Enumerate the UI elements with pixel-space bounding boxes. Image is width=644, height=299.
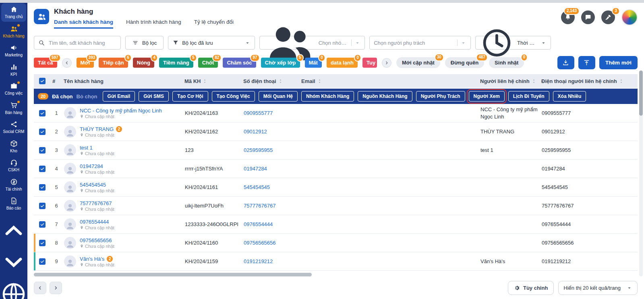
status-tab-tiem-nang[interactable]: Tiềm năng5: [159, 58, 193, 68]
chat-button[interactable]: [581, 10, 595, 24]
sidebar-item-reports[interactable]: Báo cáo: [1, 195, 26, 213]
table-row[interactable]: 401947284Chưa cập nhậtrrrrr-j15hTSfnYA01…: [34, 160, 638, 178]
sidebar-item-sales[interactable]: Bán hàng: [1, 99, 26, 118]
download-button[interactable]: [557, 56, 574, 69]
quick-filter-moi-cap-nhat[interactable]: Mới cập nhật30: [396, 57, 440, 68]
customer-name-link[interactable]: 0976554444: [80, 219, 109, 225]
customer-phone-link[interactable]: 09756565656: [244, 240, 276, 246]
customer-phone-link[interactable]: 0191219212: [244, 258, 273, 264]
status-tab-nong[interactable]: Nóng4: [133, 58, 154, 68]
customer-group-select[interactable]: Chọn nhóm khách hàng: [259, 36, 365, 50]
customize-button[interactable]: Tùy chỉnh: [508, 281, 554, 295]
customer-phone-link[interactable]: 545454545: [244, 184, 270, 190]
tab-journey[interactable]: Hành trình khách hàng: [126, 19, 181, 29]
customer-name-link[interactable]: 545454545: [80, 182, 106, 188]
table-row[interactable]: 1NCC - Công ty mỹ phẩm Ngọc LinhChưa cập…: [34, 104, 638, 123]
notifications-bell-button[interactable]: 2,143: [561, 10, 575, 24]
table-row[interactable]: 9Văn's Hà's2Chưa cập nhậtKH/2024/1159019…: [34, 252, 638, 271]
sidebar-item-finance[interactable]: Tài chính: [1, 176, 26, 194]
filter-button[interactable]: Bộ lọc: [125, 36, 164, 50]
row-checkbox[interactable]: [39, 110, 46, 116]
customer-phone-link[interactable]: 09012912: [244, 129, 267, 135]
table-row[interactable]: 3test 1Chưa cập nhật1230259595955test 10…: [34, 141, 638, 160]
action-lich-di-tuyen[interactable]: Lịch Đi Tuyến: [508, 91, 549, 102]
sidebar-item-home[interactable]: Trang chủ: [1, 3, 26, 22]
sidebar-item-support[interactable]: CSKH: [1, 156, 26, 175]
horizontal-scrollbar[interactable]: [34, 273, 638, 276]
column-header-contact_phone[interactable]: Điện thoại người liên hệ chính: [540, 78, 627, 84]
tab-conversion[interactable]: Tỷ lệ chuyển đổi: [194, 19, 234, 29]
sidebar-item-marketing[interactable]: Marketing: [1, 42, 26, 60]
action-nhom-khach-hang[interactable]: Nhóm Khách Hàng: [301, 91, 354, 102]
page-size-select[interactable]: Hiển thị 20 kết quả/trang: [558, 281, 638, 295]
row-checkbox[interactable]: [39, 166, 46, 172]
customer-name-link[interactable]: 75777676767: [80, 200, 112, 206]
customer-phone-link[interactable]: 0909555777: [244, 110, 273, 116]
customer-search-box[interactable]: [34, 36, 121, 50]
status-tab-cham-soc[interactable]: Chăm sóc97: [223, 58, 256, 68]
user-avatar[interactable]: [621, 9, 638, 25]
status-tab-mat[interactable]: Mất0: [305, 58, 322, 68]
action-nguoi-xem[interactable]: Người Xem: [469, 91, 505, 102]
upload-button[interactable]: [578, 56, 595, 69]
customer-phone-link[interactable]: 0976554444: [244, 221, 273, 227]
sidebar-item-warehouse[interactable]: Kho: [1, 137, 26, 156]
row-checkbox[interactable]: [39, 203, 46, 209]
table-row[interactable]: 809756565656Chưa cập nhậtKH/2024/1160097…: [34, 234, 638, 252]
customer-phone-link[interactable]: 75777676767: [244, 203, 276, 209]
table-row[interactable]: 5545454545Chưa cập nhậtKH/2024/116154545…: [34, 178, 638, 197]
horizontal-scrollbar-thumb[interactable]: [34, 273, 312, 276]
prev-page-button[interactable]: [34, 282, 46, 294]
column-header-code[interactable]: Mã KH: [183, 78, 242, 84]
sidebar-item-customers[interactable]: Khách hàng: [1, 23, 26, 41]
add-new-button[interactable]: Thêm mới: [599, 56, 638, 69]
row-checkbox[interactable]: [39, 240, 46, 246]
search-input[interactable]: [48, 39, 116, 46]
customer-name-link[interactable]: test 1: [80, 145, 93, 151]
sidebar-item-tasks[interactable]: Công việc: [1, 80, 26, 98]
customer-name-link[interactable]: NCC - Công ty mỹ phẩm Ngọc Linh: [80, 108, 162, 114]
action-xoa-nhieu[interactable]: Xóa Nhiều: [553, 91, 586, 102]
deselect-all-button[interactable]: Bỏ chọn: [77, 93, 97, 100]
row-checkbox[interactable]: [39, 129, 46, 135]
select-all-checkbox[interactable]: [39, 78, 46, 84]
vertical-scrollbar-thumb[interactable]: [639, 71, 643, 116]
customer-name-link[interactable]: 09756565656: [80, 237, 112, 243]
status-tab-tiep-can[interactable]: Tiếp cận6: [99, 58, 128, 68]
table-row[interactable]: 70976554444Chưa cập nhật1233333-246O0GLR…: [34, 215, 638, 234]
sidebar-item-kpi[interactable]: KPI: [1, 61, 26, 79]
row-checkbox[interactable]: [39, 221, 46, 228]
status-tab-moi[interactable]: Mới393: [77, 58, 94, 68]
status-tab-chot[interactable]: Chốt82: [198, 58, 218, 68]
time-filter-select[interactable]: Thời gian: Tất cả: [475, 36, 551, 50]
action-gui-email[interactable]: Gửi Email: [103, 91, 135, 102]
action-gui-sms[interactable]: Gửi SMS: [139, 91, 169, 102]
status-tab-tuy[interactable]: Tuy: [362, 58, 377, 68]
action-nguon-khach-hang[interactable]: Nguồn Khách Hàng: [358, 91, 412, 102]
column-header-contact[interactable]: Người liên hệ chính: [478, 78, 540, 84]
column-header-phone[interactable]: Số điện thoại: [242, 78, 300, 84]
status-tab-data-lanh[interactable]: data lạnh0: [327, 58, 358, 68]
customer-phone-link[interactable]: 0259595955: [244, 147, 273, 153]
customer-name-link[interactable]: THÙY TRANG: [80, 126, 114, 132]
status-tab-tat-ca[interactable]: Tất cả597: [34, 58, 57, 68]
customer-name-link[interactable]: Văn's Hà's: [80, 256, 104, 262]
customer-name-link[interactable]: 01947284: [80, 163, 103, 169]
tab-list[interactable]: Danh sách khách hàng: [54, 19, 113, 29]
row-checkbox[interactable]: [39, 258, 46, 265]
column-header-email[interactable]: Email: [300, 78, 478, 84]
quick-filter-dung-quen[interactable]: Đừng quên487: [445, 57, 484, 68]
action-tao-co-hoi[interactable]: Tạo Cơ Hội: [172, 91, 208, 102]
action-tao-cong-viec[interactable]: Tạo Công Việc: [212, 91, 255, 102]
table-row[interactable]: 2THÙY TRANG2Chưa cập nhậtKH/2024/1162090…: [34, 123, 638, 141]
rocket-button[interactable]: 3: [601, 10, 615, 24]
saved-filter-select[interactable]: Bộ lọc đã lưu: [168, 36, 255, 50]
status-scroll-right-button[interactable]: [382, 58, 391, 68]
assignee-select[interactable]: Chọn người phụ trách: [369, 36, 471, 50]
status-scroll-left-button[interactable]: [62, 58, 72, 68]
action-moi-quan-he[interactable]: Mối Quan Hệ: [259, 91, 298, 102]
table-row[interactable]: 675777676767Chưa cập nhậtuikj-ltemP7UoFh…: [34, 197, 638, 215]
next-page-button[interactable]: [50, 282, 62, 294]
action-nguoi-phu-trach[interactable]: Người Phụ Trách: [416, 91, 465, 102]
status-tab-cho-xep-lop[interactable]: Chờ xếp lớp5: [261, 58, 300, 68]
